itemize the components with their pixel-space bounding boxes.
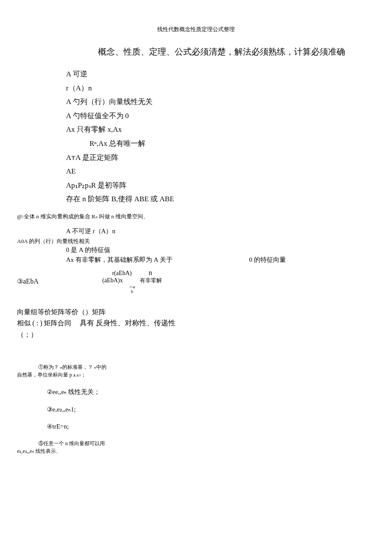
equiv-right: 具有 反身性、对称性、传递性: [80, 317, 176, 329]
noninvertible-block: A 不可逆 r（A）n A0A 的列（行）向量线性相关 0 是 A 的特征值 A…: [17, 227, 375, 264]
frac-middle: r(aEbA) n (aEbA)x 有非零解 =-a b: [102, 269, 162, 294]
frac-left-label: ③aEbA: [17, 277, 55, 285]
list-item: A 可逆: [66, 68, 375, 81]
frac-tiny2: b: [131, 289, 133, 294]
list-item: Ax 只有零解 x,Ax: [66, 123, 375, 136]
invertible-conditions-list: A 可逆 r（A）n A 勺列（行）向量线性无关 A 勺特征值全不为 0 Ax …: [66, 68, 375, 206]
noninv-text-a: Ax 有非零解，其基础解系即为 A 关于: [66, 256, 173, 264]
std-text: ②ee,,eₙ 线性无关；: [47, 388, 100, 395]
standard-basis-block: ①称为？ ₙ的标准基，？ ₙ中的 自然基，单位坐标向量 p ₃.₈₇；: [38, 363, 375, 379]
noninv-line: A0A 的列（行）向量线性相关: [17, 237, 375, 246]
noninv-line: Ax 有非零解，其基础解系即为 A 关于 0 的特征向量: [66, 256, 375, 264]
list-item-sub: Rⁿ,Ax 总有唯一解: [89, 137, 375, 151]
equiv-line: （；）: [17, 329, 375, 340]
frac-top: r(aEbA): [112, 270, 132, 277]
frac-n: n: [149, 269, 152, 277]
std-item-3: ③e,e₂,,eₙ1;: [47, 405, 375, 413]
list-item: AE: [66, 165, 375, 178]
list-item: 存在 n 阶矩阵 B,使得 ABE 或 ABE: [66, 193, 375, 206]
vector-space-note: @:全体 n 维实向量构成的集合 Rₙ 叫做 n 维向量空间、: [17, 213, 375, 220]
equiv-left: 相似 ( : ) 矩阵合同: [17, 318, 71, 329]
std-item-4: ④trE=n;: [47, 423, 375, 430]
frac-tiny1: =-a: [129, 284, 135, 289]
noninv-text-b: 0 的特征向量: [249, 256, 286, 264]
list-item: A 勺特征值全不为 0: [66, 110, 375, 123]
noninv-line: A 不可逆 r（A）n: [66, 227, 375, 235]
frac-mid-text: (aEbA)x: [102, 277, 123, 284]
std-line: ①称为？ ₙ的标准基，？ ₙ中的: [38, 363, 375, 371]
std-line: e₁,e₂,,eₙ 线性表示、: [17, 447, 375, 455]
fraction-expression: ③aEbA r(aEbA) n (aEbA)x 有非零解 =-a b: [17, 269, 375, 294]
std-text: ③e,e₂,,eₙ1;: [47, 406, 76, 413]
std-text: ④trE=n;: [47, 423, 69, 430]
page-header: 线性代数概念性质定理公式整理: [17, 26, 375, 33]
std-item-5: ⑤任意一个 n 维向量都可以用 e₁,e₂,,eₙ 线性表示、: [38, 440, 375, 455]
equivalence-block: 向量组等价矩阵等价（）矩阵 相似 ( : ) 矩阵合同 具有 反身性、对称性、传…: [17, 307, 375, 340]
list-item: AᴛA 是正定矩阵: [66, 151, 375, 165]
equiv-line: 向量组等价矩阵等价（）矩阵: [17, 307, 375, 318]
list-item: A 勺列（行）向量线性无关: [66, 96, 375, 109]
std-item-2: ②ee,,eₙ 线性无关；: [47, 388, 375, 396]
list-item: Ap₁P₂pₛR 是初等阵: [66, 179, 375, 192]
noninv-line: 0 是 A 的特征值: [66, 246, 375, 254]
std-line: 自然基，单位坐标向量 p ₃.₈₇；: [17, 371, 375, 379]
frac-right-text: 有非零解: [140, 277, 162, 284]
main-statement: 概念、性质、定理、公式必须清楚，解法必须熟练，计算必须准确: [68, 46, 375, 58]
std-line: ⑤任意一个 n 维向量都可以用: [38, 440, 375, 447]
list-item: r（A）n: [66, 82, 375, 95]
